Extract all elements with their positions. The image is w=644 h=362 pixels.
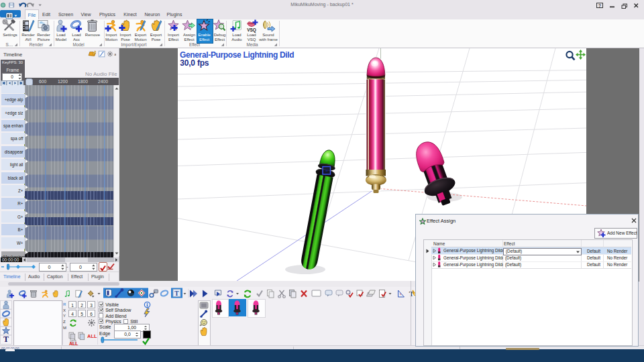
svg-text:?: ?: [598, 3, 601, 8]
svg-text:General-Purpose Lightning Dild: General-Purpose Lightning Dildo...: [443, 262, 503, 267]
svg-text:VSQ: VSQ: [247, 27, 256, 33]
svg-text:T: T: [174, 290, 179, 297]
svg-text:General-Purpose Lightning Dild: General-Purpose Lightning Dildo...: [443, 255, 503, 261]
svg-text:ALL: ALL: [87, 333, 97, 339]
svg-text:a: a: [114, 52, 116, 56]
svg-text:T: T: [3, 335, 9, 344]
svg-text:General-Purpose Lightning Dild: General-Purpose Lightning Dildo...: [443, 248, 503, 253]
